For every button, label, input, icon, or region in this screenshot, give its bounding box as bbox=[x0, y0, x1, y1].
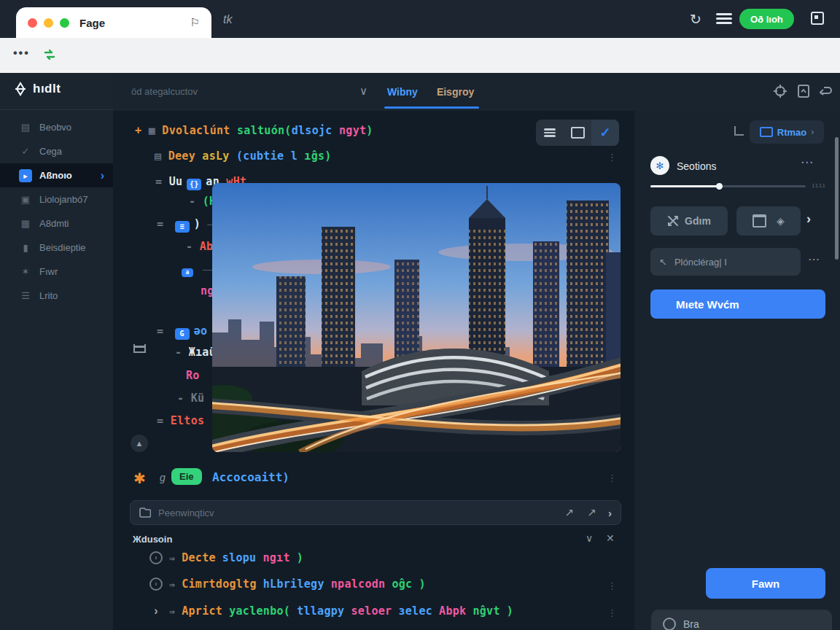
logo-icon bbox=[13, 82, 28, 96]
window-icon[interactable] bbox=[752, 214, 766, 228]
sidebar-item-2[interactable]: ✓Cega bbox=[0, 139, 113, 163]
result-menu-icon[interactable]: ⋮ bbox=[607, 472, 617, 483]
sidebar-item-4[interactable]: ▣Liolojanbó7 bbox=[0, 187, 113, 211]
sidebar-item-label: Lrito bbox=[39, 290, 58, 301]
tool-group[interactable]: ◈ bbox=[736, 206, 801, 236]
result-row: ✱ g Eie Accocoaitt) bbox=[113, 468, 634, 490]
console-collapse-icon[interactable]: ∨ bbox=[586, 532, 593, 544]
send-arrow-icon[interactable]: ↗ bbox=[587, 506, 596, 519]
primary-action-button[interactable]: Mıete Wvćm bbox=[650, 289, 825, 319]
code-line-12[interactable]: - Kü bbox=[177, 392, 204, 405]
node-icon: a bbox=[182, 268, 193, 277]
zoom-window-button[interactable] bbox=[60, 18, 69, 28]
chat-icon: ☰ bbox=[19, 289, 32, 303]
console-line-1[interactable]: ›⇒Decte slopu ngıt) bbox=[149, 551, 303, 564]
line-menu-icon[interactable]: ⋮ bbox=[607, 152, 617, 163]
confirm-check-icon[interactable]: ✓ bbox=[591, 120, 619, 146]
comment-icon[interactable] bbox=[564, 120, 591, 146]
header-tab-2[interactable]: Eisgroy bbox=[437, 86, 474, 98]
slider-fill bbox=[650, 185, 720, 187]
header-tab-1[interactable]: Wibny bbox=[387, 86, 418, 98]
gutter-flag-icon[interactable] bbox=[133, 344, 146, 353]
browser-toolbar: ••• Njeac onter (tngicir) bbox=[0, 38, 840, 74]
session-slider[interactable] bbox=[650, 185, 806, 187]
refresh-icon[interactable]: ↻ bbox=[690, 11, 701, 28]
restore-window-icon[interactable] bbox=[811, 12, 824, 25]
console-line-menu-icon[interactable]: ⋮ bbox=[607, 607, 617, 618]
bell-icon[interactable]: ⚐ bbox=[190, 16, 200, 29]
sidebar-item-8[interactable]: ☰Lrito bbox=[0, 284, 113, 308]
sessions-avatar[interactable]: ✻ bbox=[650, 156, 669, 175]
code-line-2[interactable]: ▤ Deey asLy (cubtie l ıĝs) bbox=[155, 149, 332, 163]
file-icon: ▮ bbox=[19, 241, 32, 254]
node-icon: G bbox=[175, 328, 190, 340]
new-tab-button[interactable]: tk bbox=[223, 13, 232, 26]
radio-label: Bra bbox=[683, 618, 699, 630]
code-line-13[interactable]: = Eltos bbox=[157, 414, 204, 427]
share-arrow-icon[interactable]: ↗ bbox=[565, 506, 575, 519]
sidebar-item-label: Beobvo bbox=[39, 122, 71, 133]
context-label[interactable]: öd ategalcuctov bbox=[131, 86, 198, 97]
sidebar-items: ▤Beobvo✓Cega▸Aßnoıo›▣Liolojanbó7▦A8dmti▮… bbox=[0, 115, 113, 308]
panel-input-label: Plónclérag| I bbox=[674, 257, 727, 268]
hamburger-menu-icon[interactable] bbox=[716, 13, 732, 26]
undo-icon[interactable] bbox=[817, 84, 833, 98]
scrollbar[interactable] bbox=[835, 137, 839, 260]
inspector-panel: Rtmao › ✻ Seotions ⋯ 1111 Gdım ◈ › ↖ P bbox=[634, 111, 840, 630]
browser-tab[interactable]: Fage ⚐ bbox=[16, 7, 211, 38]
extension-icon[interactable] bbox=[42, 47, 57, 62]
sidebar-item-5[interactable]: ▦A8dmti bbox=[0, 211, 113, 236]
code-editor-panel: + ▦ Dvolaclúnt saltuón(dlsojc ngyt)▤ Dee… bbox=[113, 111, 634, 630]
mode-button[interactable]: Rtmao › bbox=[750, 120, 824, 144]
image-icon: ▣ bbox=[19, 193, 32, 206]
code-line-1[interactable]: + ▦ Dvolaclúnt saltuón(dlsojc ngyt) bbox=[135, 124, 373, 137]
prompt-bar[interactable]: Peenwinqticv ↗ ↗ › bbox=[130, 500, 621, 525]
slider-knob[interactable] bbox=[716, 183, 723, 190]
code-line-10[interactable]: - Жıaü bbox=[175, 346, 216, 359]
expand-chevron-icon[interactable]: › bbox=[806, 211, 811, 227]
collapse-circle-icon[interactable]: ▲ bbox=[131, 435, 148, 452]
corner-l-icon[interactable] bbox=[734, 126, 744, 136]
sidebar-item-label: Aßnoıo bbox=[39, 170, 72, 181]
double-arrow-icon: ⇒ bbox=[169, 579, 175, 590]
more-dots-icon[interactable]: ⋯ bbox=[808, 252, 820, 266]
diamond-icon[interactable]: ◈ bbox=[777, 215, 785, 227]
console-line-3[interactable]: ›⇒Aprict yaclenbo(tllagpy seloer зelec A… bbox=[149, 604, 513, 618]
chevron-right-icon[interactable]: › bbox=[608, 507, 612, 519]
list-menu-icon[interactable] bbox=[536, 120, 564, 146]
radio-option-box[interactable]: Bra bbox=[651, 610, 832, 630]
status-pill-button[interactable]: Oð lıoh bbox=[739, 9, 794, 29]
console-line-menu-icon[interactable]: ⋮ bbox=[607, 580, 617, 591]
check-icon: ✓ bbox=[19, 145, 32, 158]
card-icon: ▦ bbox=[19, 217, 32, 230]
mode-label: Rtmao bbox=[777, 127, 806, 138]
app-icon: ▸ bbox=[19, 169, 32, 182]
sidebar-item-label: Beisdieptie bbox=[39, 242, 86, 253]
cross-arrows-icon bbox=[667, 215, 679, 227]
app-logo[interactable]: hıdlt bbox=[13, 82, 61, 96]
minimize-window-button[interactable] bbox=[44, 18, 53, 28]
more-options-icon[interactable]: ••• bbox=[13, 47, 30, 60]
chevron-right-icon: › bbox=[101, 169, 104, 182]
more-dots-icon[interactable]: ⋯ bbox=[801, 155, 814, 170]
tab-underline bbox=[384, 106, 479, 109]
grid-tool-button[interactable]: Gdım bbox=[650, 206, 728, 236]
console-close-icon[interactable]: ✕ bbox=[606, 532, 615, 544]
chevron-down-icon[interactable]: ∨ bbox=[359, 85, 368, 98]
result-text[interactable]: Accocoaitt) bbox=[212, 470, 289, 484]
target-icon[interactable] bbox=[773, 84, 788, 98]
city-photo[interactable] bbox=[212, 183, 621, 452]
sidebar-item-7[interactable]: ✶Fıwr bbox=[0, 260, 113, 284]
sidebar-item-1[interactable]: ▤Beobvo bbox=[0, 115, 113, 139]
sidebar-item-6[interactable]: ▮Beisdieptie bbox=[0, 236, 113, 260]
close-window-button[interactable] bbox=[28, 18, 37, 28]
console-line-2[interactable]: ›⇒Cimrtdogltg hLbrilegy npalcodn oĝc) bbox=[149, 578, 426, 591]
radio-circle[interactable] bbox=[663, 618, 676, 630]
export-image-icon[interactable] bbox=[797, 84, 810, 98]
grid-button-label: Gdım bbox=[685, 215, 711, 227]
status-badge[interactable]: Eie bbox=[171, 468, 202, 485]
sidebar-item-3[interactable]: ▸Aßnoıo› bbox=[0, 163, 113, 187]
code-line-11[interactable]: Ro bbox=[186, 369, 200, 382]
panel-input[interactable]: ↖ Plónclérag| I bbox=[650, 248, 801, 276]
secondary-action-button[interactable]: Fawn bbox=[706, 568, 825, 599]
